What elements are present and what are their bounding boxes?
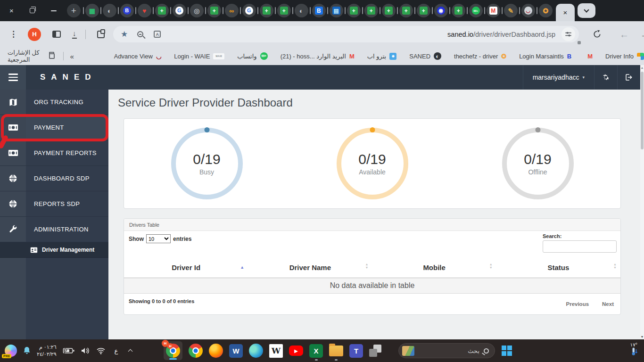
- pagination-next[interactable]: Next: [602, 301, 614, 307]
- hidden-icons-chevron[interactable]: [128, 349, 133, 354]
- column-header-driver-id[interactable]: Driver Id ▲: [124, 257, 248, 278]
- tab-search-button[interactable]: [578, 3, 595, 18]
- sidebar-item-org-tracking[interactable]: ORG TRACKING: [0, 90, 108, 115]
- speaker-icon[interactable]: [81, 347, 90, 354]
- sort-asc-icon[interactable]: ▲: [240, 265, 244, 270]
- browser-tab[interactable]: ▤: [330, 4, 343, 17]
- bookmark-item[interactable]: Advance View ◡: [114, 53, 162, 60]
- browser-tab[interactable]: +: [417, 4, 430, 17]
- browser-tab[interactable]: B: [120, 4, 134, 17]
- taskbar-word[interactable]: W: [229, 344, 243, 358]
- browser-tab[interactable]: G: [173, 4, 186, 17]
- browser-tab[interactable]: G: [242, 4, 256, 17]
- profile-avatar[interactable]: H: [28, 28, 41, 41]
- browser-tab[interactable]: +: [207, 4, 221, 17]
- column-header-status[interactable]: Status ▲▼: [496, 257, 620, 278]
- browser-tab[interactable]: ✪: [539, 4, 553, 17]
- new-tab-button[interactable]: +: [67, 4, 81, 17]
- language-indicator[interactable]: ع: [115, 347, 118, 354]
- address-bar[interactable]: ★ A saned.io/driver/driverDashbaord.jsp: [113, 26, 579, 42]
- user-menu[interactable]: marsariyadhacc ▾: [523, 65, 594, 90]
- bookmark-item[interactable]: SANED ◐: [409, 52, 441, 60]
- sidebar-item-administration[interactable]: ADMINISTRATION: [0, 217, 108, 242]
- browser-tab[interactable]: ◎: [190, 4, 204, 17]
- taskbar-chrome-active[interactable]: H H: [164, 341, 182, 360]
- scroll-up-arrow[interactable]: ▲: [640, 66, 644, 69]
- page-size-select[interactable]: 10: [146, 234, 171, 243]
- bookmark-item[interactable]: واتساب 99+: [237, 52, 267, 60]
- browser-tab[interactable]: +: [347, 4, 361, 17]
- taskbar-clock[interactable]: ٠١:٢٦ م ٢٤/٠٢/٢٩: [37, 344, 57, 358]
- taskbar-file-explorer[interactable]: [329, 346, 343, 356]
- browser-tab[interactable]: ◐: [103, 4, 116, 17]
- notification-bell-icon[interactable]: [23, 346, 31, 355]
- taskbar-search[interactable]: بحث: [398, 343, 495, 358]
- translate-icon[interactable]: A: [154, 31, 161, 38]
- taskbar-chrome[interactable]: [189, 344, 203, 358]
- bookmark-item[interactable]: Driver Info: [605, 53, 644, 60]
- scrollbar-thumb[interactable]: [641, 72, 644, 149]
- logout-button[interactable]: [617, 65, 640, 90]
- sidebar-item-dashboard-sdp[interactable]: DASHBOARD SDP: [0, 166, 108, 191]
- taskbar-teams[interactable]: T: [349, 344, 363, 358]
- bookmark-star-icon[interactable]: ★: [121, 29, 128, 39]
- taskbar-excel[interactable]: X: [309, 344, 323, 358]
- browser-tab[interactable]: M: [487, 4, 500, 17]
- sidebar-toggle-button[interactable]: [0, 65, 26, 90]
- browser-tab[interactable]: +: [155, 4, 169, 17]
- active-tab[interactable]: ×: [556, 4, 575, 21]
- bookmarks-overflow-chevron[interactable]: «: [70, 52, 74, 60]
- browser-tab[interactable]: ◉: [434, 4, 448, 17]
- site-settings-icon[interactable]: [561, 27, 575, 41]
- all-bookmarks-button[interactable]: كل الإشارات المرجعية: [8, 49, 55, 63]
- browser-tab[interactable]: ♥: [138, 4, 151, 17]
- sidebar-item-payment-reports[interactable]: PAYMENT REPORTS: [0, 140, 108, 166]
- window-close-button[interactable]: ×: [9, 7, 14, 14]
- forward-button[interactable]: →: [640, 30, 644, 39]
- bookmark-item[interactable]: بترو اب ◉: [367, 53, 396, 60]
- taskbar-wikipedia[interactable]: W: [269, 344, 283, 358]
- table-search-input[interactable]: [543, 240, 617, 253]
- tab-close-icon[interactable]: ×: [563, 8, 567, 16]
- browser-tab[interactable]: +: [382, 4, 396, 17]
- start-button[interactable]: [502, 346, 512, 356]
- bookmark-item[interactable]: Login Marsaintls B: [519, 53, 571, 60]
- column-header-driver-name[interactable]: Driver Name ▲▼: [248, 257, 372, 278]
- browser-tab[interactable]: ▦: [85, 4, 99, 17]
- taskbar-edge[interactable]: [249, 344, 263, 358]
- browser-tab[interactable]: ∞: [225, 4, 239, 17]
- taskbar-firefox[interactable]: [209, 344, 223, 358]
- sidebar-subitem-driver-management[interactable]: Driver Management: [0, 242, 108, 258]
- reload-button[interactable]: [593, 30, 601, 38]
- window-restore-button[interactable]: [30, 8, 35, 13]
- browser-tab[interactable]: 99+: [469, 4, 483, 17]
- side-panel-icon[interactable]: [52, 31, 61, 38]
- taskbar-snipping-tool[interactable]: [369, 345, 381, 357]
- sort-icons[interactable]: ▲▼: [365, 263, 369, 269]
- browser-tab[interactable]: ✎: [504, 4, 518, 17]
- sort-icons[interactable]: ▲▼: [489, 263, 493, 269]
- bookmark-item[interactable]: Login - WAIE WAIE: [174, 53, 224, 60]
- copilot-icon[interactable]: PRE: [5, 345, 17, 357]
- pagination-previous[interactable]: Previous: [566, 301, 589, 307]
- zoom-out-icon[interactable]: [137, 31, 143, 37]
- browser-tab[interactable]: +: [399, 4, 413, 17]
- bookmark-item[interactable]: thechefz - driver ✪: [454, 53, 506, 60]
- browser-tab[interactable]: B: [312, 4, 326, 17]
- page-scrollbar[interactable]: ▲ ▼: [640, 65, 644, 339]
- browser-tab[interactable]: +: [452, 4, 465, 17]
- downloads-icon[interactable]: ↓: [72, 30, 77, 39]
- browser-tab[interactable]: +: [364, 4, 378, 17]
- browser-tab[interactable]: +: [260, 4, 273, 17]
- bookmark-item[interactable]: M: [584, 53, 593, 59]
- sidebar-item-reports-sdp[interactable]: REPORTS SDP: [0, 191, 108, 217]
- url-text[interactable]: saned.io/driver/driverDashbaord.jsp: [447, 26, 555, 42]
- wifi-icon[interactable]: [96, 347, 106, 354]
- browser-tab[interactable]: ◡: [521, 4, 535, 17]
- browser-menu-button[interactable]: ⋮: [9, 29, 17, 39]
- extensions-icon[interactable]: [97, 31, 105, 38]
- sort-icons[interactable]: ▲▼: [613, 263, 617, 269]
- settings-button[interactable]: [594, 65, 617, 90]
- scroll-down-arrow[interactable]: ▼: [640, 335, 644, 338]
- battery-charging-icon[interactable]: [63, 347, 74, 354]
